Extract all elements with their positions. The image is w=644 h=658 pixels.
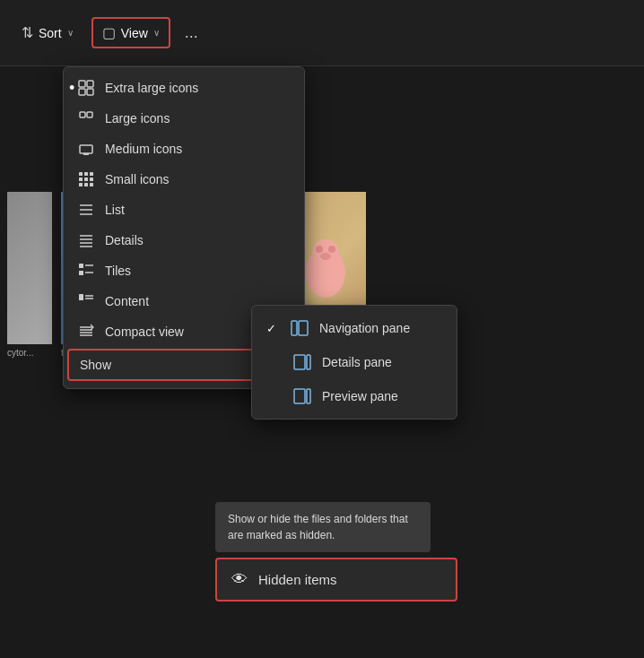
svg-rect-45 <box>79 271 83 275</box>
svg-rect-59 <box>307 389 310 403</box>
small-icons-icon <box>78 171 94 187</box>
tooltip-text: Show or hide the files and folders that … <box>228 513 408 541</box>
svg-rect-31 <box>84 177 88 181</box>
view-label: View <box>121 26 148 40</box>
ellipsis-icon: ... <box>185 23 198 41</box>
submenu-item-navigation-pane[interactable]: ✓ Navigation pane <box>252 311 457 345</box>
view-icon: ▢ <box>102 24 116 41</box>
more-options-button[interactable]: ... <box>178 18 205 48</box>
compact-view-label: Compact view <box>105 325 184 339</box>
svg-rect-24 <box>87 112 92 117</box>
tiles-icon <box>78 263 94 279</box>
svg-rect-30 <box>79 177 83 181</box>
svg-rect-23 <box>80 112 85 117</box>
extra-large-icons-icon <box>78 80 94 96</box>
svg-rect-29 <box>90 172 93 176</box>
svg-rect-28 <box>84 172 88 176</box>
compact-view-icon <box>78 324 94 340</box>
extra-large-icons-label: Extra large icons <box>105 81 198 95</box>
svg-rect-57 <box>307 355 310 369</box>
tiles-label: Tiles <box>105 264 131 278</box>
preview-pane-label: Preview pane <box>322 389 398 403</box>
small-icons-label: Small icons <box>105 172 170 186</box>
svg-rect-20 <box>87 81 93 87</box>
menu-item-large-icons[interactable]: Large icons <box>64 103 304 134</box>
svg-rect-35 <box>90 183 93 186</box>
details-pane-label: Details pane <box>322 355 392 369</box>
sort-chevron: ∨ <box>67 28 74 38</box>
svg-rect-33 <box>79 183 83 186</box>
large-icons-icon <box>78 110 94 126</box>
submenu-item-preview-pane[interactable]: Preview pane <box>252 379 457 413</box>
toolbar: ⇅ Sort ∨ ▢ View ∨ ... <box>0 0 644 66</box>
preview-pane-icon <box>293 387 311 405</box>
navigation-pane-icon <box>291 319 309 337</box>
navigation-pane-check: ✓ <box>266 322 276 335</box>
medium-icons-label: Medium icons <box>105 142 182 156</box>
menu-item-extra-large-icons[interactable]: Extra large icons <box>64 73 304 103</box>
sort-button[interactable]: ⇅ Sort ∨ <box>11 17 84 48</box>
svg-rect-25 <box>80 145 92 153</box>
svg-point-16 <box>316 246 323 253</box>
svg-rect-26 <box>83 153 89 155</box>
details-icon <box>78 232 94 248</box>
svg-rect-58 <box>294 389 305 403</box>
menu-item-tiles[interactable]: Tiles <box>64 255 304 286</box>
thumbnail-left-label: cytor... <box>7 348 52 358</box>
sort-icon: ⇅ <box>22 24 33 41</box>
view-chevron: ∨ <box>153 28 160 38</box>
svg-rect-43 <box>79 264 83 268</box>
view-button[interactable]: ▢ View ∨ <box>91 17 170 48</box>
svg-rect-47 <box>79 294 83 300</box>
large-icons-label: Large icons <box>105 111 170 126</box>
menu-item-details[interactable]: Details <box>64 225 304 255</box>
show-label: Show <box>80 358 111 372</box>
hidden-items-button[interactable]: 👁 Hidden items <box>215 558 457 602</box>
content-icon <box>78 293 94 309</box>
details-pane-icon <box>293 353 311 371</box>
submenu-item-details-pane[interactable]: Details pane <box>252 345 457 379</box>
hidden-items-label: Hidden items <box>258 572 337 587</box>
list-label: List <box>105 203 125 217</box>
menu-item-medium-icons[interactable]: Medium icons <box>64 134 304 164</box>
show-submenu: ✓ Navigation pane Details pane Preview p… <box>251 305 457 420</box>
svg-rect-34 <box>84 183 88 186</box>
hidden-items-icon: 👁 <box>231 570 248 589</box>
svg-rect-56 <box>294 355 305 369</box>
content-label: Content <box>105 294 149 308</box>
svg-rect-55 <box>299 321 308 335</box>
list-icon <box>78 202 94 218</box>
svg-point-17 <box>328 246 335 253</box>
navigation-pane-label: Navigation pane <box>319 321 410 335</box>
sort-label: Sort <box>39 26 62 40</box>
svg-rect-32 <box>90 177 93 181</box>
svg-rect-54 <box>292 321 297 335</box>
menu-item-list[interactable]: List <box>64 195 304 225</box>
medium-icons-icon <box>78 141 94 157</box>
thumbnail-left[interactable]: cytor... <box>7 192 52 358</box>
svg-rect-19 <box>79 81 85 87</box>
details-label: Details <box>105 233 144 247</box>
svg-rect-21 <box>79 89 85 95</box>
svg-rect-27 <box>79 172 83 176</box>
menu-item-small-icons[interactable]: Small icons <box>64 164 304 195</box>
svg-rect-22 <box>87 89 93 95</box>
hidden-items-tooltip: Show or hide the files and folders that … <box>215 502 431 552</box>
svg-point-18 <box>320 253 331 260</box>
